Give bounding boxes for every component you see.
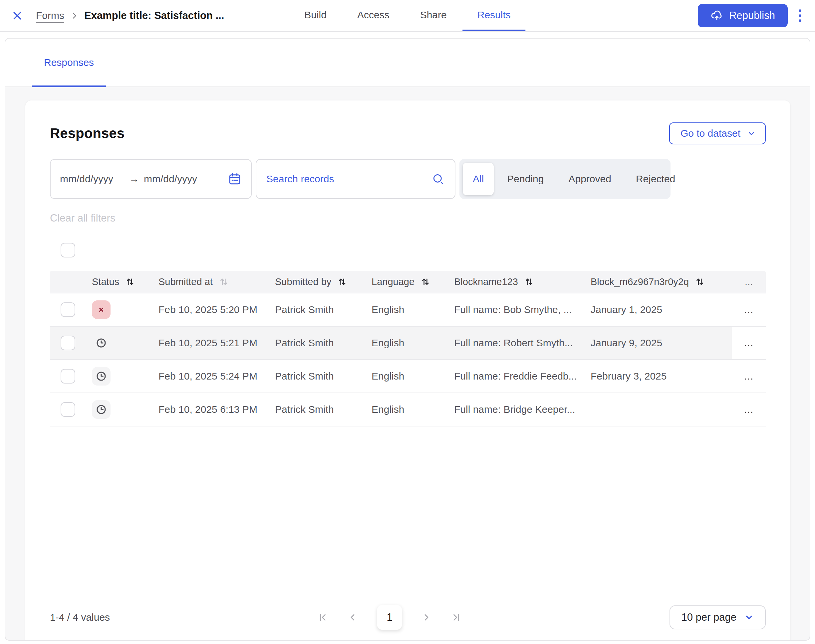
cell-submitted-by: Patrick Smith (273, 327, 369, 359)
status-pending-icon (92, 400, 111, 419)
last-page-button[interactable] (451, 612, 462, 623)
go-to-dataset-label: Go to dataset (681, 128, 740, 139)
table-row: Feb 10, 2025 5:20 PMPatrick SmithEnglish… (50, 293, 766, 327)
tab-build[interactable]: Build (290, 0, 341, 31)
cell-submitted-at: Feb 10, 2025 5:20 PM (157, 293, 273, 326)
cell-blockname123: Full name: Robert Smyth... (452, 327, 589, 359)
status-rejected-icon (92, 301, 111, 319)
clear-all-filters-button[interactable]: Clear all filters (50, 212, 115, 224)
cell-block-m6z967n3r0y2q (589, 393, 732, 426)
tab-share[interactable]: Share (406, 0, 461, 31)
topbar-actions: Republish (698, 4, 804, 27)
row-checkbox[interactable] (61, 336, 75, 350)
next-page-button[interactable] (421, 612, 432, 623)
sort-icon[interactable] (695, 277, 705, 287)
sort-icon[interactable] (420, 277, 431, 287)
page-title: Responses (50, 126, 125, 141)
status-cell (90, 360, 157, 393)
search-input[interactable]: Search records (256, 159, 455, 199)
arrow-right-icon: → (129, 173, 139, 185)
date-range-input[interactable]: mm/dd/yyyy → mm/dd/yyyy (50, 159, 252, 199)
cell-submitted-at: Feb 10, 2025 5:21 PM (157, 327, 273, 359)
cell-submitted-by: Patrick Smith (273, 393, 369, 426)
status-filter-approved[interactable]: Approved (557, 163, 622, 195)
first-page-button[interactable] (317, 612, 328, 623)
column-header-submitted-by[interactable]: Submitted by (273, 276, 369, 287)
column-header-blockname123[interactable]: Blockname123 (452, 276, 589, 287)
cell-language: English (369, 327, 452, 359)
chevron-down-icon (744, 613, 754, 622)
tab-responses[interactable]: Responses (32, 38, 106, 86)
row-checkbox[interactable] (61, 402, 75, 417)
column-label: Submitted by (275, 276, 331, 287)
sort-icon[interactable] (125, 277, 135, 287)
status-pending-icon (92, 367, 111, 386)
row-actions-button[interactable]: ... (732, 360, 766, 393)
sort-icon[interactable] (524, 277, 534, 287)
cell-blockname123: Full name: Freddie Feedb... (452, 360, 589, 393)
calendar-icon[interactable] (228, 172, 242, 186)
per-page-select[interactable]: 10 per page (669, 606, 766, 629)
status-cell (90, 327, 157, 359)
column-label: Language (372, 276, 415, 287)
cell-submitted-at: Feb 10, 2025 6:13 PM (157, 393, 273, 426)
republish-button[interactable]: Republish (698, 4, 788, 27)
cell-language: English (369, 360, 452, 393)
range-label: 1-4 / 4 values (50, 612, 110, 623)
chevron-down-icon (747, 129, 756, 138)
column-label: ... (745, 276, 753, 287)
column-header-submitted-at[interactable]: Submitted at (157, 276, 273, 287)
tab-access[interactable]: Access (343, 0, 404, 31)
cell-submitted-by: Patrick Smith (273, 360, 369, 393)
column-header-language[interactable]: Language (369, 276, 452, 287)
chevron-right-icon (69, 11, 79, 20)
select-all-checkbox[interactable] (61, 243, 75, 258)
row-checkbox[interactable] (61, 302, 75, 317)
status-cell (90, 393, 157, 426)
more-menu-button[interactable] (797, 6, 804, 25)
status-filter-all[interactable]: All (463, 163, 494, 195)
cloud-upload-icon (710, 9, 723, 22)
breadcrumb-forms-link[interactable]: Forms (36, 10, 64, 21)
date-end-placeholder: mm/dd/yyyy (144, 173, 197, 185)
row-checkbox-cell (50, 393, 90, 426)
tab-results[interactable]: Results (463, 0, 525, 31)
results-content: Responses Go to dataset mm/dd/yyyy → mm/… (5, 87, 810, 641)
per-page-label: 10 per page (681, 612, 737, 623)
sort-icon[interactable] (219, 277, 229, 287)
row-checkbox[interactable] (61, 369, 75, 383)
results-subtabs: Responses (5, 38, 810, 87)
cell-blockname123: Full name: Bob Smythe, ... (452, 293, 589, 326)
status-filter-rejected[interactable]: Rejected (624, 163, 686, 195)
table-row: Feb 10, 2025 5:24 PMPatrick SmithEnglish… (50, 360, 766, 393)
row-actions-button[interactable]: ... (732, 293, 766, 326)
go-to-dataset-button[interactable]: Go to dataset (669, 123, 766, 144)
previous-page-button[interactable] (347, 612, 358, 623)
column-header-status[interactable]: Status (90, 276, 157, 287)
pagination-bar: 1-4 / 4 values 1 (50, 604, 766, 631)
pager: 1 (317, 605, 462, 630)
results-container: Responses Responses Go to dataset mm/dd/… (5, 38, 810, 641)
row-checkbox-cell (50, 360, 90, 393)
row-actions-button[interactable]: ... (732, 393, 766, 426)
status-filter-pending[interactable]: Pending (496, 163, 555, 195)
column-label: Submitted at (158, 276, 213, 287)
cell-block-m6z967n3r0y2q: January 9, 2025 (589, 327, 732, 359)
sort-icon[interactable] (337, 277, 347, 287)
tab-responses-label: Responses (44, 57, 94, 68)
cell-language: English (369, 393, 452, 426)
cell-submitted-at: Feb 10, 2025 5:24 PM (157, 360, 273, 393)
table-body: Feb 10, 2025 5:20 PMPatrick SmithEnglish… (50, 293, 766, 426)
row-actions-button[interactable]: ... (732, 327, 766, 359)
cell-language: English (369, 293, 452, 326)
close-icon (11, 10, 23, 21)
current-page-button[interactable]: 1 (377, 605, 402, 630)
column-header-block-m6z967n3r0y2q[interactable]: Block_m6z967n3r0y2q (589, 276, 732, 287)
cell-submitted-by: Patrick Smith (273, 293, 369, 326)
row-checkbox-cell (50, 327, 90, 359)
close-button[interactable] (11, 10, 23, 21)
cell-block-m6z967n3r0y2q: February 3, 2025 (589, 360, 732, 393)
column-label: Blockname123 (454, 276, 518, 287)
responses-table: StatusSubmitted atSubmitted byLanguageBl… (50, 271, 766, 426)
search-placeholder: Search records (266, 173, 334, 185)
